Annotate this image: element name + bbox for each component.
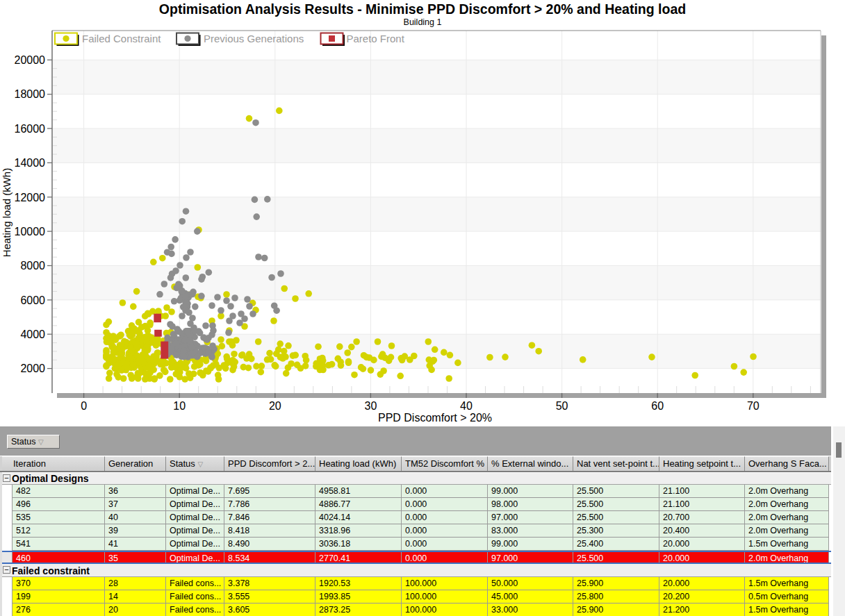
svg-text:12000: 12000 xyxy=(15,192,46,203)
svg-text:18000: 18000 xyxy=(15,88,46,100)
svg-text:14000: 14000 xyxy=(15,157,46,169)
svg-text:4000: 4000 xyxy=(20,328,45,340)
svg-text:Building 1: Building 1 xyxy=(404,17,442,27)
svg-text:50: 50 xyxy=(556,400,568,412)
svg-text:20000: 20000 xyxy=(15,54,46,66)
svg-text:2000: 2000 xyxy=(20,363,45,374)
svg-text:Failed Constraint: Failed Constraint xyxy=(82,33,161,44)
svg-text:10000: 10000 xyxy=(15,226,46,238)
svg-text:10: 10 xyxy=(173,400,186,412)
svg-text:70: 70 xyxy=(747,400,760,412)
svg-text:Optimisation Analysis Results: Optimisation Analysis Results - Minimise… xyxy=(159,1,686,17)
svg-text:0: 0 xyxy=(81,400,87,412)
svg-text:PPD Discomfort > 20%: PPD Discomfort > 20% xyxy=(378,412,492,424)
svg-text:Pareto Front: Pareto Front xyxy=(347,33,405,44)
svg-text:40: 40 xyxy=(460,400,473,412)
svg-text:60: 60 xyxy=(651,400,664,412)
svg-text:Heating load (kWh): Heating load (kWh) xyxy=(1,168,13,257)
svg-text:30: 30 xyxy=(365,400,377,412)
svg-text:16000: 16000 xyxy=(15,123,46,135)
svg-text:8000: 8000 xyxy=(20,260,45,272)
svg-text:6000: 6000 xyxy=(20,294,45,306)
svg-text:20: 20 xyxy=(269,400,281,412)
svg-text:Previous Generations: Previous Generations xyxy=(204,33,304,44)
